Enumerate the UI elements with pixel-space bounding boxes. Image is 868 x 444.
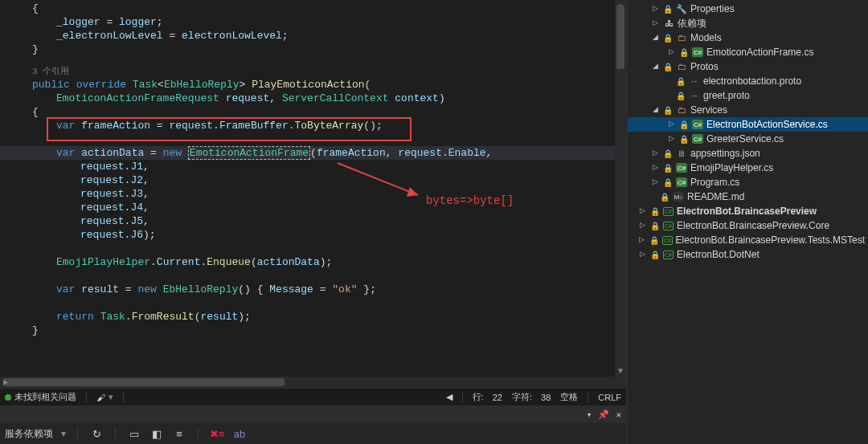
tree-item-proto1[interactable]: 🔒↔electronbotaction.proto [628, 74, 868, 88]
csharp-file-icon: C# [692, 120, 703, 129]
brush-tool[interactable]: 🖌▾ [96, 392, 113, 402]
tree-item-readme[interactable]: 🔒M↓README.md [628, 189, 868, 204]
col-indicator[interactable]: 字符: 38 [512, 391, 551, 403]
lock-icon: 🔒 [663, 5, 673, 14]
expand-icon[interactable]: ▷ [650, 18, 660, 26]
tool-icon-4[interactable]: ✖≡ [210, 426, 224, 441]
csproj-icon: C# [663, 222, 674, 230]
solution-tree[interactable]: ▷🔒🔧Properties ▷🖧依赖项 ◢🔒🗀Models ▷🔒C#Emotic… [628, 0, 868, 444]
codelens-references[interactable]: 3 个引用 [32, 67, 69, 76]
tree-item-proj3[interactable]: ▷🔒C#ElectronBot.BraincasePreview.Tests.M… [628, 233, 868, 247]
editor-status-bar: 未找到相关问题 🖌▾ ◀ 行: 22 字符: 38 空格 CRLF [0, 388, 626, 405]
expand-icon[interactable]: ▷ [666, 47, 676, 55]
expand-icon[interactable]: ▷ [637, 206, 647, 214]
line-indicator[interactable]: 行: 22 [473, 391, 502, 403]
tree-item-models[interactable]: ◢🔒🗀Models [628, 31, 868, 45]
lock-icon: 🔒 [650, 207, 660, 216]
tree-item-appsettings[interactable]: ▷🔒🗎appsettings.json [628, 146, 868, 161]
expand-icon[interactable]: ▷ [637, 221, 647, 229]
lock-icon: 🔒 [679, 48, 689, 57]
pin-icon[interactable]: 📌 [598, 409, 609, 420]
markdown-file-icon: M↓ [673, 192, 684, 202]
lock-icon: 🔒 [676, 77, 686, 86]
deps-icon: 🖧 [663, 18, 674, 29]
csharp-file-icon: C# [676, 163, 687, 173]
expand-icon[interactable]: ▷ [666, 134, 676, 142]
bottom-panel-toolbar: 服务依赖项 ▾ ↻ ▭ ◧ ≡ ✖≡ ab [0, 423, 626, 444]
lock-icon: 🔒 [663, 106, 673, 115]
tree-item-properties[interactable]: ▷🔒🔧Properties [628, 2, 868, 16]
lock-icon: 🔒 [663, 164, 673, 173]
folder-icon: 🗀 [676, 104, 687, 116]
tool-icon-5[interactable]: ab [232, 426, 247, 441]
lock-icon: 🔒 [679, 120, 689, 129]
folder-icon: 🗀 [676, 32, 687, 43]
csharp-file-icon: C# [692, 47, 703, 57]
collapse-icon[interactable]: ◢ [650, 62, 660, 70]
tree-item-program[interactable]: ▷🔒C#Program.cs [628, 175, 868, 189]
expand-icon[interactable]: ▷ [650, 149, 660, 157]
scroll-right-icon[interactable]: ▶ [0, 377, 11, 388]
scroll-left-status[interactable]: ◀ [446, 392, 452, 402]
brush-icon: 🖌 [96, 393, 105, 402]
folder-icon: 🗀 [676, 61, 687, 72]
horizontal-scrollbar[interactable]: ▶ [0, 377, 615, 388]
selected-type[interactable]: EmoticonActionFrame [188, 146, 310, 160]
json-file-icon: 🗎 [676, 148, 687, 159]
tree-item-proto2[interactable]: 🔒↔greet.proto [628, 88, 868, 103]
tree-item-deps[interactable]: ▷🖧依赖项 [628, 16, 868, 31]
expand-icon[interactable]: ▷ [637, 235, 646, 243]
issues-status[interactable]: 未找到相关问题 [5, 391, 76, 403]
lock-icon: 🔒 [676, 92, 686, 100]
lock-icon: 🔒 [663, 34, 673, 43]
code-editor-panel: { _logger = logger; _electronLowLevel = … [0, 0, 627, 444]
tree-item-proj1[interactable]: ▷🔒C#ElectronBot.BraincasePreview [628, 204, 868, 218]
solution-explorer: ▷🔒🔧Properties ▷🖧依赖项 ◢🔒🗀Models ▷🔒C#Emotic… [627, 0, 868, 444]
csproj-icon: C# [663, 251, 674, 259]
indent-indicator[interactable]: 空格 [560, 391, 578, 403]
panel-dropdown-icon[interactable]: ▾ [587, 409, 592, 420]
tree-item-proj4[interactable]: ▷🔒C#ElectronBot.DotNet [628, 247, 868, 262]
code-area[interactable]: { _logger = logger; _electronLowLevel = … [0, 0, 626, 388]
refresh-icon[interactable]: ↻ [89, 426, 104, 441]
collapse-icon[interactable]: ◢ [650, 33, 660, 41]
tree-item-emojiplay[interactable]: ▷🔒C#EmojiPlayHelper.cs [628, 161, 868, 175]
close-icon[interactable]: ✕ [616, 409, 621, 420]
tree-item-protos[interactable]: ◢🔒🗀Protos [628, 59, 868, 74]
expand-icon[interactable]: ▷ [650, 4, 660, 12]
lock-icon: 🔒 [649, 236, 659, 245]
csharp-file-icon: C# [676, 177, 687, 187]
tool-icon-1[interactable]: ▭ [127, 426, 141, 441]
horizontal-scroll-thumb[interactable] [3, 378, 285, 386]
tool-icon-2[interactable]: ◧ [149, 426, 164, 441]
bottom-panel-header: ▾ 📌 ✕ [0, 405, 626, 423]
bottom-panel-title[interactable]: 服务依赖项 [5, 427, 53, 441]
tree-item-services[interactable]: ◢🔒🗀Services [628, 103, 868, 117]
lock-icon: 🔒 [650, 251, 660, 259]
expand-icon[interactable]: ▷ [650, 163, 660, 171]
scroll-down-icon[interactable]: ▼ [615, 365, 626, 377]
tree-item-services-file2[interactable]: ▷🔒C#GreeterService.cs [628, 132, 868, 146]
expand-icon[interactable]: ▷ [650, 177, 660, 185]
lock-icon: 🔒 [663, 63, 673, 71]
proto-file-icon: ↔ [689, 90, 700, 101]
tool-icon-3[interactable]: ≡ [172, 426, 186, 441]
tree-item-proj2[interactable]: ▷🔒C#ElectronBot.BraincasePreview.Core [628, 218, 868, 233]
expand-icon[interactable]: ▷ [666, 120, 676, 128]
lock-icon: 🔒 [663, 178, 673, 187]
eol-indicator[interactable]: CRLF [598, 393, 621, 402]
csproj-icon: C# [663, 207, 674, 216]
tree-item-models-file[interactable]: ▷🔒C#EmoticonActionFrame.cs [628, 45, 868, 59]
expand-icon[interactable]: ▷ [637, 250, 647, 258]
main-area: { _logger = logger; _electronLowLevel = … [0, 0, 868, 444]
status-ok-icon [5, 394, 11, 401]
wrench-icon: 🔧 [676, 3, 687, 14]
tree-item-services-file-selected[interactable]: ▷🔒C#ElectronBotActionService.cs [628, 117, 868, 132]
lock-icon: 🔒 [650, 222, 660, 230]
lock-icon: 🔒 [679, 135, 689, 144]
collapse-icon[interactable]: ◢ [650, 105, 660, 113]
lock-icon: 🔒 [660, 193, 669, 202]
csproj-icon: C# [662, 236, 672, 245]
vertical-scroll-thumb[interactable] [616, 5, 624, 69]
vertical-scrollbar[interactable]: ▲ ▼ [615, 0, 626, 388]
